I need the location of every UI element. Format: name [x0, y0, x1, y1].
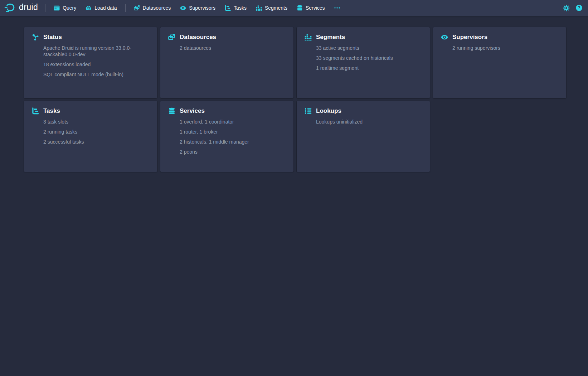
- nav-item-label: Query: [63, 5, 76, 11]
- datasources-card[interactable]: Datasources 2 datasources: [160, 27, 293, 98]
- card-title: Segments: [316, 33, 423, 41]
- tasks-line: 3 task slots: [43, 119, 150, 125]
- stacked-chart-icon: [305, 34, 312, 41]
- more-menu-button[interactable]: [330, 0, 345, 16]
- segments-line: 33 active segments: [316, 45, 423, 51]
- card-title: Services: [180, 107, 286, 115]
- settings-button[interactable]: [562, 4, 570, 12]
- card-title: Tasks: [43, 107, 150, 115]
- lookups-line: Lookups uninitialized: [316, 119, 423, 125]
- navbar-divider: [125, 4, 126, 12]
- services-card[interactable]: Services 1 overlord, 1 coordinator 1 rou…: [160, 101, 293, 172]
- status-card[interactable]: Status Apache Druid is running version 3…: [24, 27, 157, 98]
- more-ellipsis-icon: [334, 7, 340, 9]
- graph-icon: [32, 34, 39, 41]
- database-icon: [297, 5, 303, 11]
- stacked-chart-icon: [256, 5, 262, 11]
- nav-item-tasks[interactable]: Tasks: [220, 0, 251, 16]
- tasks-line: 2 successful tasks: [43, 139, 150, 145]
- multi-icon: [134, 5, 140, 11]
- tasks-card[interactable]: Tasks 3 task slots 2 running tasks 2 suc…: [24, 101, 157, 172]
- eye-icon: [180, 5, 186, 11]
- brand-name: druid: [19, 3, 38, 13]
- svg-text:?: ?: [578, 5, 580, 10]
- segments-line: 33 segments cached on historicals: [316, 55, 423, 61]
- help-button[interactable]: ?: [575, 4, 583, 12]
- database-icon: [168, 107, 175, 115]
- properties-icon: [305, 107, 312, 115]
- nav-item-label: Datasources: [143, 5, 171, 11]
- nav-item-label: Tasks: [234, 5, 247, 11]
- help-icon: ?: [575, 4, 583, 11]
- card-title: Supervisors: [452, 33, 559, 41]
- segments-card[interactable]: Segments 33 active segments 33 segments …: [297, 27, 430, 98]
- console-icon: [54, 5, 60, 11]
- nav-item-services[interactable]: Services: [292, 0, 330, 16]
- services-line: 1 overlord, 1 coordinator: [180, 119, 286, 125]
- nav-item-query[interactable]: Query: [49, 0, 81, 16]
- nav-item-label: Supervisors: [189, 5, 215, 11]
- navbar-divider: [45, 4, 45, 12]
- multi-icon: [168, 34, 175, 41]
- top-navbar: druid Query Load data Datasources Superv…: [0, 0, 588, 16]
- settings-gear-icon: [563, 5, 570, 11]
- datasources-line: 2 datasources: [180, 45, 286, 51]
- card-title: Lookups: [316, 107, 423, 115]
- navbar-right-actions: ?: [562, 4, 583, 12]
- card-title: Datasources: [180, 33, 286, 41]
- nav-item-label: Segments: [265, 5, 287, 11]
- supervisors-line: 2 running supervisors: [452, 45, 559, 51]
- services-line: 1 router, 1 broker: [180, 129, 286, 135]
- status-line: SQL compliant NULL mode (built-in): [43, 71, 150, 78]
- nav-item-label: Load data: [94, 5, 117, 11]
- nav-item-load-data[interactable]: Load data: [81, 0, 121, 16]
- druid-logo[interactable]: druid: [4, 3, 38, 13]
- nav-item-supervisors[interactable]: Supervisors: [175, 0, 220, 16]
- eye-icon: [441, 34, 448, 41]
- home-card-grid: Status Apache Druid is running version 3…: [24, 27, 588, 172]
- services-line: 2 historicals, 1 middle manager: [180, 139, 286, 145]
- tasks-line: 2 running tasks: [43, 129, 150, 135]
- lookups-card[interactable]: Lookups Lookups uninitialized: [297, 101, 430, 172]
- card-title: Status: [43, 33, 150, 41]
- nav-item-segments[interactable]: Segments: [251, 0, 292, 16]
- status-line: Apache Druid is running version 33.0.0-s…: [43, 45, 150, 58]
- cloud-upload-icon: [86, 5, 92, 11]
- services-line: 2 peons: [180, 149, 286, 155]
- nav-item-label: Services: [306, 5, 325, 11]
- supervisors-card[interactable]: Supervisors 2 running supervisors: [433, 27, 566, 98]
- nav-item-datasources[interactable]: Datasources: [129, 0, 176, 16]
- gantt-chart-icon: [32, 107, 39, 115]
- segments-line: 1 realtime segment: [316, 65, 423, 71]
- status-line: 18 extensions loaded: [43, 61, 150, 68]
- gantt-chart-icon: [225, 5, 231, 11]
- druid-logo-icon: [4, 3, 16, 13]
